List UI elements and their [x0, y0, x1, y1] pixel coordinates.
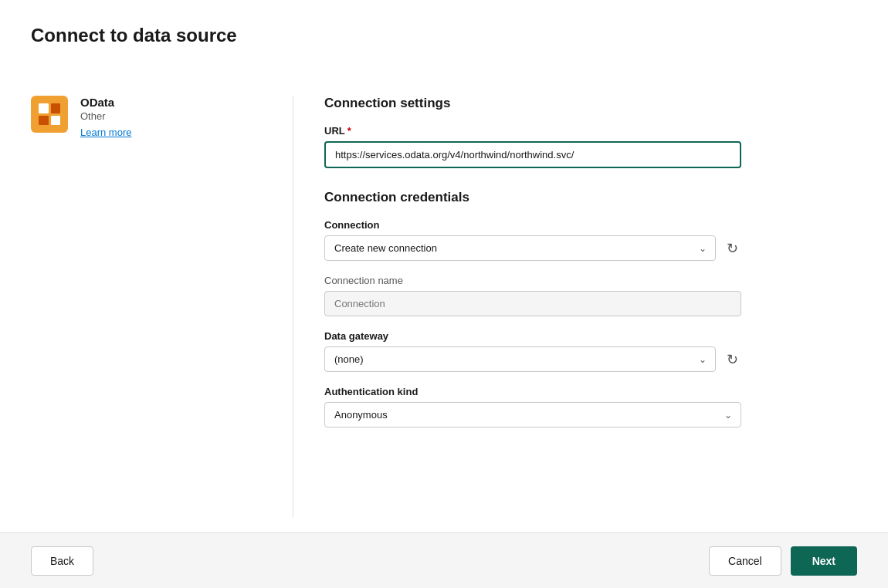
learn-more-link[interactable]: Learn more [80, 127, 131, 138]
auth-kind-dropdown-wrapper: Anonymous Basic OAuth2 ⌄ [324, 402, 741, 427]
right-panel: Connection settings URL* Connection cred… [293, 96, 857, 517]
connection-select[interactable]: Create new connection [324, 235, 716, 261]
url-input[interactable] [324, 141, 741, 168]
connection-name-input[interactable] [324, 291, 741, 316]
connection-refresh-button[interactable]: ↻ [724, 237, 741, 260]
data-gateway-dropdown-wrapper: (none) ⌄ [324, 346, 716, 372]
connection-settings-section: Connection settings URL* [324, 96, 857, 168]
cancel-button[interactable]: Cancel [709, 546, 781, 576]
connector-category: Other [80, 110, 131, 122]
auth-kind-label: Authentication kind [324, 386, 857, 397]
connection-dropdown-wrapper: Create new connection ⌄ [324, 235, 716, 261]
left-panel: OData Other Learn more [31, 96, 293, 517]
url-label: URL* [324, 125, 857, 137]
connector-info: OData Other Learn more [31, 96, 262, 138]
data-gateway-field-group: Data gateway (none) ⌄ ↻ [324, 330, 857, 372]
connection-name-field-group: Connection name [324, 275, 857, 316]
data-gateway-label: Data gateway [324, 330, 857, 342]
connection-label: Connection [324, 219, 857, 231]
data-gateway-refresh-button[interactable]: ↻ [724, 348, 741, 371]
footer: Back Cancel Next [0, 532, 888, 588]
connector-name: OData [80, 96, 131, 109]
connection-credentials-section: Connection credentials Connection Create… [324, 190, 857, 427]
connection-field-group: Connection Create new connection ⌄ ↻ [324, 219, 857, 261]
footer-left: Back [31, 546, 93, 576]
odata-icon [31, 96, 68, 133]
connector-text: OData Other Learn more [80, 96, 131, 138]
url-field-group: URL* [324, 125, 857, 168]
connection-credentials-title: Connection credentials [324, 190, 857, 205]
auth-kind-field-group: Authentication kind Anonymous Basic OAut… [324, 386, 857, 427]
url-required-indicator: * [347, 125, 351, 137]
connection-settings-title: Connection settings [324, 96, 857, 111]
back-button[interactable]: Back [31, 546, 93, 576]
connection-name-label: Connection name [324, 275, 857, 286]
footer-right: Cancel Next [709, 546, 857, 576]
data-gateway-select[interactable]: (none) [324, 346, 716, 372]
page-title: Connect to data source [31, 25, 857, 46]
next-button[interactable]: Next [791, 546, 857, 576]
auth-kind-select[interactable]: Anonymous Basic OAuth2 [324, 402, 741, 427]
